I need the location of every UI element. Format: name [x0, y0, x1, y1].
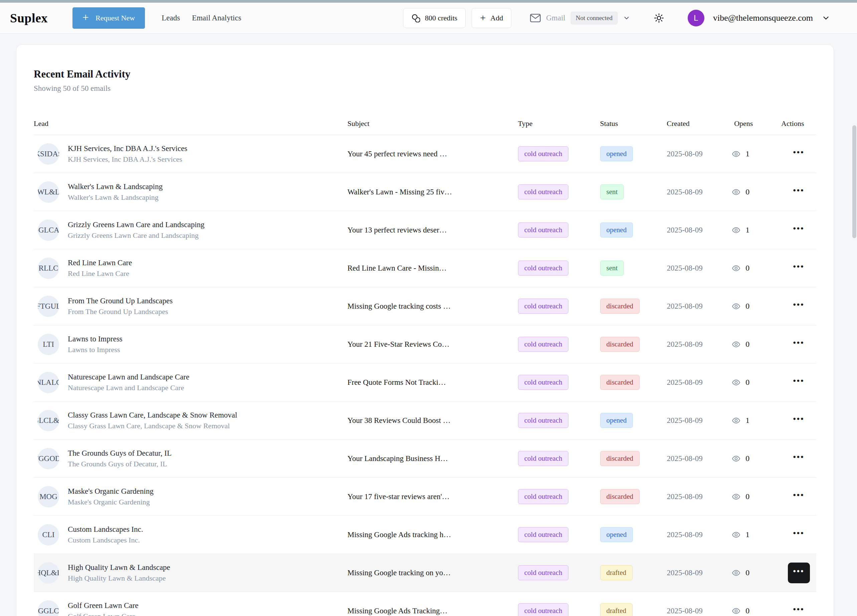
window-top-strip	[0, 0, 857, 3]
lead-cell[interactable]: GGLCAL Grizzly Greens Lawn Care and Land…	[34, 220, 347, 241]
lead-cell[interactable]: WL&L Walker's Lawn & Landscaping Walker'…	[34, 181, 347, 203]
created-date: 2025-08-09	[667, 226, 729, 235]
lead-avatar: CLI	[38, 524, 59, 545]
lead-name: Grizzly Greens Lawn Care and Landscaping	[68, 220, 204, 229]
status-badge: drafted	[600, 565, 633, 580]
lead-name: KJH Services, Inc DBA A.J.'s Services	[68, 144, 187, 153]
status-badge: discarded	[600, 337, 640, 352]
opens-count: 0	[746, 302, 749, 311]
type-badge: cold outreach	[518, 146, 569, 161]
column-header-status: Status	[600, 119, 667, 128]
nav-email-analytics[interactable]: Email Analytics	[192, 14, 241, 22]
row-actions-button[interactable]: •••	[788, 410, 810, 431]
account-email: vibe@thelemonsqueeze.com	[713, 13, 813, 23]
opens-count: 1	[746, 149, 749, 158]
lead-cell[interactable]: FTGUL From The Ground Up Landscapes From…	[34, 296, 347, 317]
lead-company: Custom Landscapes Inc.	[68, 536, 143, 545]
row-actions-button[interactable]: •••	[788, 144, 810, 164]
opens-count: 1	[746, 226, 749, 235]
vertical-scrollbar-thumb[interactable]	[852, 125, 856, 238]
row-actions-button[interactable]: •••	[788, 220, 810, 240]
plus-icon: +	[480, 13, 486, 23]
type-badge: cold outreach	[518, 299, 569, 314]
lead-cell[interactable]: RLLC Red Line Lawn Care Red Line Lawn Ca…	[34, 258, 347, 279]
gmail-connection[interactable]: Gmail Not connected	[530, 12, 630, 25]
lead-name: High Quality Lawn & Landscape	[68, 563, 170, 572]
eye-icon	[732, 340, 741, 349]
theme-toggle-button[interactable]	[654, 13, 664, 23]
status-badge: opened	[600, 146, 633, 161]
lead-cell[interactable]: LTI Lawns to Impress Lawns to Impress	[34, 334, 347, 355]
type-badge: cold outreach	[518, 489, 569, 504]
status-badge: discarded	[600, 299, 640, 314]
lead-company: KJH Services, Inc DBA A.J.'s Services	[68, 155, 187, 164]
lead-company: Naturescape Lawn and Landscape Care	[68, 384, 189, 392]
nav-leads[interactable]: Leads	[162, 14, 180, 22]
lead-avatar: GGLC	[38, 600, 59, 616]
plus-icon: +	[82, 12, 89, 23]
lead-cell[interactable]: HQL&L High Quality Lawn & Landscape High…	[34, 562, 347, 583]
eye-icon	[732, 492, 741, 501]
lead-cell[interactable]: GGLC Golf Green Lawn Care Golf Green Law…	[34, 600, 347, 616]
lead-company: The Grounds Guys of Decatur, IL	[68, 460, 172, 468]
lead-cell[interactable]: MOG Maske's Organic Gardening Maske's Or…	[34, 486, 347, 508]
column-header-lead: Lead	[34, 119, 347, 128]
account-menu[interactable]: L vibe@thelemonsqueeze.com	[688, 10, 830, 26]
row-actions-button[interactable]: •••	[788, 258, 810, 279]
lead-company: Walker's Lawn & Landscaping	[68, 193, 162, 202]
row-actions-button[interactable]: •••	[788, 486, 810, 507]
lead-cell[interactable]: CGLCL&SR Classy Grass Lawn Care, Landsca…	[34, 410, 347, 431]
row-actions-button[interactable]: •••	[788, 372, 810, 393]
opens-count: 0	[746, 263, 749, 272]
opens-count: 0	[746, 340, 749, 349]
email-subject: Your 21 Five-Star Reviews Co…	[347, 340, 518, 349]
created-date: 2025-08-09	[667, 264, 729, 272]
column-header-opens: Opens	[729, 119, 781, 128]
lead-cell[interactable]: CLI Custom Landscapes Inc. Custom Landsc…	[34, 524, 347, 545]
row-actions-button[interactable]: •••	[788, 525, 810, 545]
lead-avatar: LTI	[38, 334, 59, 355]
eye-icon	[732, 302, 741, 311]
lead-cell[interactable]: KSIDAS KJH Services, Inc DBA A.J.'s Serv…	[34, 143, 347, 165]
row-actions-button[interactable]: •••	[788, 448, 810, 469]
lead-cell[interactable]: NLALC Naturescape Lawn and Landscape Car…	[34, 372, 347, 393]
eye-icon	[732, 606, 741, 616]
chevron-down-icon[interactable]	[623, 14, 630, 22]
status-badge: discarded	[600, 375, 640, 390]
created-date: 2025-08-09	[667, 568, 729, 577]
column-header-type: Type	[518, 119, 600, 128]
lead-cell[interactable]: TGGODI The Grounds Guys of Decatur, IL T…	[34, 448, 347, 469]
row-actions-button[interactable]: •••	[788, 334, 810, 355]
row-actions-button[interactable]: •••	[788, 296, 810, 317]
lead-name: The Grounds Guys of Decatur, IL	[68, 449, 172, 458]
row-actions-button[interactable]: •••	[788, 601, 810, 616]
type-badge: cold outreach	[518, 223, 569, 237]
lead-company: Grizzly Greens Lawn Care and Landscaping	[68, 231, 204, 240]
type-badge: cold outreach	[518, 603, 569, 616]
lead-avatar: MOG	[38, 486, 59, 508]
email-subject: Missing Google tracking costs …	[347, 302, 518, 311]
main-nav: Leads Email Analytics	[162, 14, 241, 22]
row-actions-button[interactable]: •••	[788, 182, 810, 203]
request-new-button[interactable]: + Request New	[73, 7, 145, 29]
created-date: 2025-08-09	[667, 454, 729, 463]
created-date: 2025-08-09	[667, 607, 729, 615]
opens-count: 0	[746, 606, 749, 615]
opens-count: 1	[746, 416, 749, 425]
type-badge: cold outreach	[518, 337, 569, 352]
recent-email-activity-card: Recent Email Activity Showing 50 of 50 e…	[16, 45, 834, 616]
table-row: TGGODI The Grounds Guys of Decatur, IL T…	[34, 440, 816, 478]
email-subject: Your 38 Reviews Could Boost …	[347, 416, 518, 425]
lead-company: Golf Green Lawn Care	[68, 612, 138, 616]
email-subject: Missing Google Ads tracking h…	[347, 531, 518, 539]
eye-icon	[732, 568, 741, 577]
email-subject: Your 45 perfect reviews need …	[347, 150, 518, 158]
gmail-status-badge: Not connected	[571, 12, 617, 25]
add-button[interactable]: + Add	[472, 8, 511, 28]
status-badge: sent	[600, 260, 624, 275]
row-actions-button[interactable]: •••	[788, 563, 810, 583]
email-subject: Your 13 perfect reviews deser…	[347, 226, 518, 235]
credits-button[interactable]: 800 credits	[403, 8, 466, 28]
type-badge: cold outreach	[518, 184, 569, 200]
coins-icon	[411, 14, 420, 22]
